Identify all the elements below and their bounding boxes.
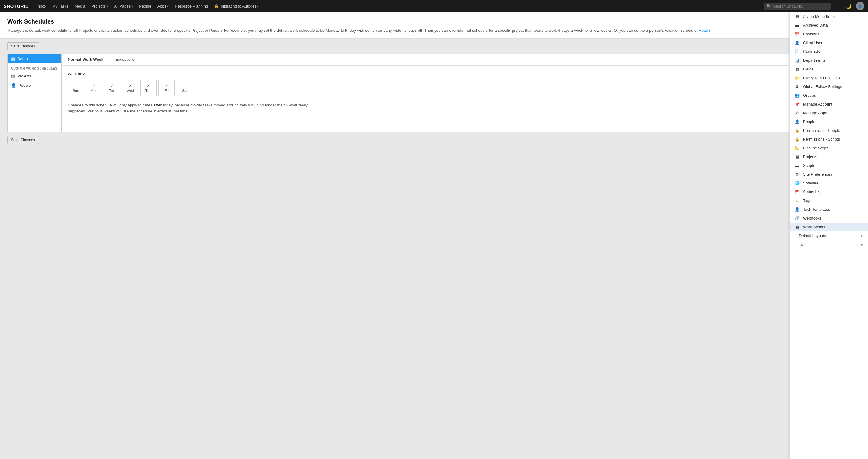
day-sat[interactable]: ✓ Sat: [177, 80, 193, 96]
nav-icons: ＋ 🌙 👤: [833, 2, 864, 10]
work-days-label: Work days: [68, 72, 855, 76]
page-description: Manage the default work schedule for all…: [7, 28, 861, 34]
app-logo[interactable]: SHOTGRID: [4, 4, 29, 9]
menu-trash[interactable]: Trash ▶: [790, 240, 868, 249]
theme-toggle[interactable]: 🌙: [844, 2, 853, 10]
permissions-scripts-icon: 🔒: [795, 137, 800, 142]
nav-resource-planning[interactable]: Resource Planning: [172, 0, 211, 12]
menu-site-preferences[interactable]: ⚙ Site Preferences: [790, 170, 868, 179]
menu-global-follow-settings[interactable]: ⚙ Global Follow Settings: [790, 82, 868, 91]
nav-inbox[interactable]: Inbox: [34, 0, 49, 12]
day-tue[interactable]: ✓ Tue: [104, 80, 120, 96]
read-more-link[interactable]: Read m...: [699, 28, 716, 33]
fri-check-icon: ✓: [165, 83, 168, 88]
mon-check-icon: ✓: [92, 83, 96, 88]
manage-account-icon: 📌: [795, 102, 800, 106]
site-preferences-icon: ⚙: [795, 172, 800, 177]
permissions-people-icon: 🔒: [795, 128, 800, 133]
admin-dropdown-menu: ▦ Action Menu Items ▬ Archived Data 📅 Bo…: [789, 12, 868, 459]
day-wed[interactable]: ✓ Wed: [122, 80, 138, 96]
projects-grid-icon: ▦: [11, 74, 15, 78]
nav-all-pages[interactable]: All Pages ▾: [111, 0, 136, 12]
main-layout: Work Schedules Manage the default work s…: [0, 12, 868, 459]
apps-arrow-icon: ▾: [167, 4, 168, 8]
menu-client-users[interactable]: 👤 Client Users: [790, 38, 868, 47]
page-title: Work Schedules: [7, 18, 861, 25]
wed-check-icon: ✓: [128, 83, 132, 88]
menu-software[interactable]: 🌐 Software: [790, 179, 868, 187]
nav-media[interactable]: Media: [72, 0, 88, 12]
menu-manage-apps[interactable]: ⚙ Manage Apps: [790, 109, 868, 117]
menu-permissions-people[interactable]: 🔒 Permissions - People: [790, 126, 868, 135]
menu-departments[interactable]: 📊 Departments: [790, 56, 868, 65]
save-changes-button-bottom[interactable]: Save Changes: [7, 136, 39, 144]
schedule-area: ▦ Default CUSTOM WORK SCHEDULES ▦ Projec…: [0, 54, 868, 132]
people-icon: 👤: [795, 119, 800, 124]
menu-filesystem-locations[interactable]: 📁 Filesystem Locations: [790, 73, 868, 82]
schedule-main: Normal Work Week Exceptions Work days ✓ …: [62, 54, 861, 132]
all-pages-arrow-icon: ▾: [131, 4, 133, 8]
menu-permissions-scripts[interactable]: 🔒 Permissions - Scripts: [790, 135, 868, 144]
menu-default-layouts[interactable]: Default Layouts ▶: [790, 231, 868, 240]
nav-apps[interactable]: Apps ▾: [154, 0, 172, 12]
nav-my-tasks[interactable]: My Tasks: [49, 0, 72, 12]
tab-normal-work-week[interactable]: Normal Work Week: [62, 54, 110, 65]
menu-tags[interactable]: 🏷 Tags: [790, 196, 868, 205]
menu-manage-account[interactable]: 📌 Manage Account: [790, 100, 868, 109]
tue-check-icon: ✓: [110, 83, 114, 88]
fields-icon: ▦: [795, 67, 800, 71]
projects-arrow-icon: ▾: [106, 4, 108, 8]
page-content: Work Schedules Manage the default work s…: [0, 12, 868, 459]
webhooks-icon: 🔗: [795, 216, 800, 220]
page-actions-top: Save Changes: [0, 39, 868, 54]
search-input[interactable]: [773, 4, 822, 8]
menu-archived-data[interactable]: ▬ Archived Data: [790, 21, 868, 30]
task-templates-icon: 👤: [795, 207, 800, 212]
menu-people[interactable]: 👤 People: [790, 117, 868, 126]
bookings-icon: 📅: [795, 32, 800, 36]
schedule-tab-content: Work days ✓ Sun ✓ Mon ✓ Tue: [62, 66, 861, 121]
menu-fields[interactable]: ▦ Fields: [790, 65, 868, 73]
menu-work-schedules[interactable]: ▦ Work Schedules: [790, 222, 868, 231]
user-avatar[interactable]: 👤: [856, 2, 864, 10]
menu-pipeline-steps[interactable]: 📐 Pipeline Steps: [790, 144, 868, 152]
schedule-tabs: Normal Work Week Exceptions: [62, 54, 861, 66]
day-checkboxes: ✓ Sun ✓ Mon ✓ Tue ✓ Wed: [68, 80, 855, 96]
default-grid-icon: ▦: [11, 57, 15, 61]
default-layouts-arrow-icon: ▶: [861, 234, 863, 238]
tags-icon: 🏷: [795, 198, 800, 203]
day-mon[interactable]: ✓ Mon: [86, 80, 102, 96]
day-thu[interactable]: ✓ Thu: [140, 80, 157, 96]
menu-status-list[interactable]: 🚩 Status List: [790, 187, 868, 196]
save-changes-button-top[interactable]: Save Changes: [7, 42, 39, 50]
work-schedules-icon: ▦: [795, 225, 800, 229]
menu-webhooks[interactable]: 🔗 Webhooks: [790, 214, 868, 222]
search-bar[interactable]: 🔍: [764, 3, 831, 10]
day-fri[interactable]: ✓ Fri: [158, 80, 175, 96]
schedule-sidebar: ▦ Default CUSTOM WORK SCHEDULES ▦ Projec…: [7, 54, 62, 132]
menu-projects[interactable]: ▦ Projects: [790, 152, 868, 161]
menu-bookings[interactable]: 📅 Bookings: [790, 30, 868, 38]
sidebar-people[interactable]: 👤 People: [7, 81, 61, 90]
action-menu-items-icon: ▦: [795, 14, 800, 19]
filesystem-locations-icon: 📁: [795, 75, 800, 80]
pipeline-steps-icon: 📐: [795, 146, 800, 150]
groups-icon: 👥: [795, 93, 800, 98]
menu-scripts[interactable]: ▬ Scripts: [790, 161, 868, 170]
nav-people[interactable]: People: [136, 0, 154, 12]
menu-task-templates[interactable]: 👤 Task Templates: [790, 205, 868, 214]
menu-groups[interactable]: 👥 Groups: [790, 91, 868, 100]
tab-exceptions[interactable]: Exceptions: [110, 54, 141, 65]
add-button[interactable]: ＋: [833, 2, 841, 10]
day-sun[interactable]: ✓ Sun: [68, 80, 84, 96]
archived-data-icon: ▬: [795, 23, 800, 28]
menu-action-menu-items[interactable]: ▦ Action Menu Items: [790, 12, 868, 21]
people-person-icon: 👤: [11, 83, 16, 88]
nav-projects[interactable]: Projects ▾: [88, 0, 111, 12]
sidebar-projects[interactable]: ▦ Projects: [7, 71, 61, 81]
trash-arrow-icon: ▶: [861, 243, 863, 246]
menu-contracts[interactable]: 📄 Contracts: [790, 47, 868, 56]
status-list-icon: 🚩: [795, 190, 800, 194]
nav-migrating-banner[interactable]: 🔒 Migrating to Autodesk: [211, 4, 261, 8]
sidebar-default[interactable]: ▦ Default: [7, 54, 61, 63]
